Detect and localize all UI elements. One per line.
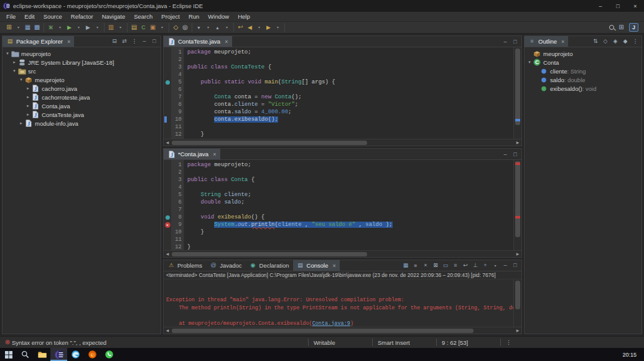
run-icon[interactable]: ▶ bbox=[65, 25, 74, 30]
save-icon[interactable]: ▦ bbox=[23, 24, 32, 30]
package-explorer-tab[interactable]: ▤ Package Explorer × bbox=[2, 36, 74, 47]
close-icon[interactable]: × bbox=[332, 263, 335, 269]
menu-help[interactable]: Help bbox=[233, 13, 254, 20]
search-flashlight-icon[interactable]: ◎ bbox=[180, 24, 190, 30]
scrollbar-thumb[interactable] bbox=[515, 281, 520, 309]
explorer-item-meuprojeto[interactable]: ▾meuprojeto bbox=[2, 75, 161, 84]
file-explorer-button[interactable] bbox=[34, 348, 50, 361]
code-line-6[interactable]: 6 bbox=[164, 86, 513, 93]
dropdown-arrow-icon[interactable]: ▾ bbox=[157, 26, 167, 29]
menu-source[interactable]: Source bbox=[39, 13, 67, 20]
collapsed-arrow-icon[interactable]: ▸ bbox=[18, 121, 24, 126]
code-line-9[interactable]: 9 conta.saldo = 4_000.00; bbox=[164, 108, 513, 116]
code-line-3[interactable]: 3public class ContaTeste { bbox=[164, 63, 513, 71]
clear-console-icon[interactable]: ▭ bbox=[442, 263, 449, 268]
scrollbar-thumb[interactable] bbox=[172, 329, 474, 333]
menu-refactor[interactable]: Refactor bbox=[67, 13, 98, 20]
outline-item-cliente[interactable]: cliente : String bbox=[525, 67, 642, 75]
code-line-8[interactable]: 8 void exibesaldo() { bbox=[164, 213, 513, 221]
collapsed-arrow-icon[interactable]: ▸ bbox=[25, 95, 31, 100]
open-perspective-icon[interactable]: ⊞ bbox=[617, 24, 626, 30]
dropdown-arrow-icon[interactable]: ▾ bbox=[116, 26, 125, 29]
remove-launch-icon[interactable]: × bbox=[422, 263, 429, 268]
outline-item-conta[interactable]: ▾CConta bbox=[525, 58, 642, 67]
maximize-view-icon[interactable]: □ bbox=[512, 39, 518, 45]
tab-declaration[interactable]: ◉Declaration bbox=[246, 260, 293, 271]
view-menu-icon[interactable]: ⋮ bbox=[632, 39, 638, 44]
code-line-2[interactable]: 2 bbox=[164, 169, 513, 176]
minimize-view-icon[interactable]: – bbox=[502, 39, 508, 45]
dropdown-arrow-icon[interactable]: ▾ bbox=[74, 26, 83, 29]
code-line-8[interactable]: 8 conta.cliente = "Victor"; bbox=[164, 101, 513, 108]
code-line-12[interactable]: 12} bbox=[164, 243, 513, 250]
start-button[interactable] bbox=[0, 348, 17, 361]
save-all-icon[interactable]: ▩ bbox=[32, 24, 42, 30]
link-editor-icon[interactable]: ⇄ bbox=[121, 39, 128, 44]
horizontal-scrollbar[interactable]: ◀ ▶ bbox=[164, 250, 521, 257]
code-line-7[interactable]: 7 Conta conta = new Conta(); bbox=[164, 93, 513, 101]
java-perspective-button[interactable]: J bbox=[629, 23, 638, 32]
tab-problems[interactable]: ⚠Problems bbox=[164, 260, 206, 271]
overview-ruler-mark[interactable] bbox=[515, 216, 520, 218]
expanded-arrow-icon[interactable]: ▾ bbox=[526, 60, 533, 65]
display-console-icon[interactable]: ▦ bbox=[403, 263, 409, 268]
scroll-right-icon[interactable]: ▶ bbox=[514, 141, 521, 144]
tab-console[interactable]: ▤Console× bbox=[293, 260, 340, 271]
editor-tab-conta-java[interactable]: J *Conta.java × bbox=[164, 149, 220, 159]
code-line-1[interactable]: 1package meuprojeto; bbox=[164, 161, 513, 169]
code-line-12[interactable]: 12 } bbox=[164, 131, 513, 138]
new-wizard-icon[interactable]: ⊞ bbox=[4, 24, 14, 30]
pin-console-icon[interactable]: ⊥ bbox=[472, 263, 478, 268]
collapsed-arrow-icon[interactable]: ▸ bbox=[25, 86, 31, 91]
view-menu-icon[interactable]: ⋮ bbox=[131, 39, 138, 44]
code-line-4[interactable]: 4 bbox=[164, 71, 513, 78]
explorer-item-contateste-java[interactable]: ▸JContaTeste.java bbox=[2, 110, 161, 119]
scrollbar-thumb[interactable] bbox=[515, 161, 520, 237]
vertical-scrollbar[interactable] bbox=[513, 279, 521, 327]
external-tools-icon[interactable]: ▶ bbox=[83, 25, 93, 30]
terminate-icon[interactable]: ■ bbox=[413, 263, 419, 268]
collapsed-arrow-icon[interactable]: ▸ bbox=[11, 60, 17, 65]
status-menu-icon[interactable]: ⋮ bbox=[506, 340, 511, 345]
dropdown-arrow-icon[interactable]: ▾ bbox=[254, 26, 264, 29]
code-line-4[interactable]: 4 bbox=[164, 184, 513, 191]
console-output[interactable]: Exception in thread "main" java.lang.Err… bbox=[164, 279, 521, 327]
console-stack-link[interactable]: Conta.java:9 bbox=[312, 321, 350, 327]
menu-search[interactable]: Search bbox=[129, 13, 157, 20]
menu-run[interactable]: Run bbox=[184, 13, 203, 20]
scrollbar-track[interactable] bbox=[171, 140, 514, 146]
explorer-item-module-info-java[interactable]: ▸Jmodule-info.java bbox=[2, 119, 161, 128]
word-wrap-icon[interactable]: ↩ bbox=[462, 263, 469, 268]
maximize-view-icon[interactable]: □ bbox=[512, 263, 518, 268]
open-type-icon[interactable]: ◇ bbox=[171, 24, 180, 30]
explorer-item-src[interactable]: ▾src bbox=[2, 67, 161, 75]
collapse-all-icon[interactable]: ⊟ bbox=[111, 39, 118, 44]
scrollbar-thumb[interactable] bbox=[172, 141, 367, 145]
hide-fields-icon[interactable]: ◇ bbox=[602, 39, 609, 44]
outline-item-saldo[interactable]: saldo : double bbox=[525, 75, 642, 84]
tab-javadoc[interactable]: @Javadoc bbox=[206, 260, 245, 271]
expanded-arrow-icon[interactable]: ▾ bbox=[18, 77, 24, 82]
firefox-button[interactable] bbox=[84, 348, 101, 361]
code-line-7[interactable]: 7 bbox=[164, 206, 513, 213]
menu-project[interactable]: Project bbox=[157, 13, 184, 20]
collapsed-arrow-icon[interactable]: ▸ bbox=[25, 103, 31, 108]
code-line-10[interactable]: 10 } bbox=[164, 228, 513, 236]
scroll-left-icon[interactable]: ◀ bbox=[164, 141, 171, 144]
coverage-icon[interactable]: ▥ bbox=[106, 24, 116, 30]
scroll-right-icon[interactable]: ▶ bbox=[514, 329, 521, 332]
scrollbar-thumb[interactable] bbox=[515, 49, 520, 125]
horizontal-scrollbar[interactable]: ◀ ▶ bbox=[164, 139, 521, 146]
eclipse-app-button[interactable] bbox=[50, 348, 67, 361]
maximize-view-icon[interactable]: □ bbox=[512, 151, 518, 157]
back-icon[interactable]: ◀ bbox=[245, 25, 254, 30]
outline-tab[interactable]: ≡ Outline × bbox=[525, 36, 568, 47]
hide-non-public-icon[interactable]: ◆ bbox=[622, 39, 628, 44]
new-package-icon[interactable]: ▣ bbox=[148, 24, 157, 30]
code-line-11[interactable]: 11 bbox=[164, 123, 513, 131]
code-line-6[interactable]: 6 double saldo; bbox=[164, 199, 513, 206]
prev-annotation-icon[interactable]: ▲ bbox=[213, 26, 222, 30]
scroll-left-icon[interactable]: ◀ bbox=[164, 252, 171, 256]
overview-ruler-mark[interactable] bbox=[515, 162, 520, 165]
vertical-scrollbar[interactable] bbox=[513, 160, 521, 250]
